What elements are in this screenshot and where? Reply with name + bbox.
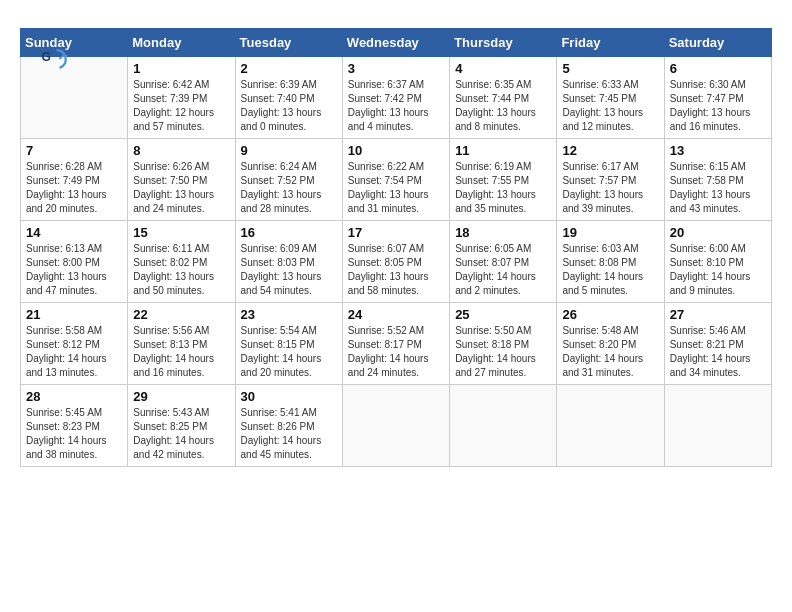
day-info: Sunrise: 6:19 AMSunset: 7:55 PMDaylight:…: [455, 160, 551, 216]
calendar-day-cell: 30Sunrise: 5:41 AMSunset: 8:26 PMDayligh…: [235, 385, 342, 467]
day-number: 23: [241, 307, 337, 322]
day-number: 16: [241, 225, 337, 240]
weekday-header-friday: Friday: [557, 29, 664, 57]
weekday-header-tuesday: Tuesday: [235, 29, 342, 57]
calendar-day-cell: 4Sunrise: 6:35 AMSunset: 7:44 PMDaylight…: [450, 57, 557, 139]
day-info: Sunrise: 6:30 AMSunset: 7:47 PMDaylight:…: [670, 78, 766, 134]
calendar-day-cell: 7Sunrise: 6:28 AMSunset: 7:49 PMDaylight…: [21, 139, 128, 221]
calendar-day-cell: 17Sunrise: 6:07 AMSunset: 8:05 PMDayligh…: [342, 221, 449, 303]
day-info: Sunrise: 5:50 AMSunset: 8:18 PMDaylight:…: [455, 324, 551, 380]
day-number: 27: [670, 307, 766, 322]
calendar-week-row: 28Sunrise: 5:45 AMSunset: 8:23 PMDayligh…: [21, 385, 772, 467]
day-info: Sunrise: 6:33 AMSunset: 7:45 PMDaylight:…: [562, 78, 658, 134]
calendar-day-cell: 29Sunrise: 5:43 AMSunset: 8:25 PMDayligh…: [128, 385, 235, 467]
day-info: Sunrise: 6:35 AMSunset: 7:44 PMDaylight:…: [455, 78, 551, 134]
calendar-week-row: 14Sunrise: 6:13 AMSunset: 8:00 PMDayligh…: [21, 221, 772, 303]
calendar-day-cell: 9Sunrise: 6:24 AMSunset: 7:52 PMDaylight…: [235, 139, 342, 221]
calendar-day-cell: 26Sunrise: 5:48 AMSunset: 8:20 PMDayligh…: [557, 303, 664, 385]
day-number: 4: [455, 61, 551, 76]
calendar-week-row: 7Sunrise: 6:28 AMSunset: 7:49 PMDaylight…: [21, 139, 772, 221]
day-info: Sunrise: 6:07 AMSunset: 8:05 PMDaylight:…: [348, 242, 444, 298]
weekday-header-wednesday: Wednesday: [342, 29, 449, 57]
day-number: 13: [670, 143, 766, 158]
day-number: 7: [26, 143, 122, 158]
calendar-empty-cell: [450, 385, 557, 467]
day-info: Sunrise: 6:11 AMSunset: 8:02 PMDaylight:…: [133, 242, 229, 298]
day-number: 26: [562, 307, 658, 322]
day-info: Sunrise: 5:48 AMSunset: 8:20 PMDaylight:…: [562, 324, 658, 380]
day-number: 2: [241, 61, 337, 76]
day-info: Sunrise: 6:37 AMSunset: 7:42 PMDaylight:…: [348, 78, 444, 134]
day-info: Sunrise: 6:09 AMSunset: 8:03 PMDaylight:…: [241, 242, 337, 298]
day-number: 24: [348, 307, 444, 322]
day-number: 1: [133, 61, 229, 76]
day-info: Sunrise: 6:00 AMSunset: 8:10 PMDaylight:…: [670, 242, 766, 298]
day-info: Sunrise: 6:05 AMSunset: 8:07 PMDaylight:…: [455, 242, 551, 298]
calendar-day-cell: 24Sunrise: 5:52 AMSunset: 8:17 PMDayligh…: [342, 303, 449, 385]
day-info: Sunrise: 5:46 AMSunset: 8:21 PMDaylight:…: [670, 324, 766, 380]
day-number: 25: [455, 307, 551, 322]
calendar-day-cell: 8Sunrise: 6:26 AMSunset: 7:50 PMDaylight…: [128, 139, 235, 221]
day-info: Sunrise: 5:56 AMSunset: 8:13 PMDaylight:…: [133, 324, 229, 380]
day-info: Sunrise: 6:24 AMSunset: 7:52 PMDaylight:…: [241, 160, 337, 216]
day-number: 5: [562, 61, 658, 76]
day-number: 29: [133, 389, 229, 404]
calendar-empty-cell: [342, 385, 449, 467]
calendar-empty-cell: [21, 57, 128, 139]
day-info: Sunrise: 6:39 AMSunset: 7:40 PMDaylight:…: [241, 78, 337, 134]
weekday-header-thursday: Thursday: [450, 29, 557, 57]
calendar-day-cell: 10Sunrise: 6:22 AMSunset: 7:54 PMDayligh…: [342, 139, 449, 221]
day-info: Sunrise: 6:42 AMSunset: 7:39 PMDaylight:…: [133, 78, 229, 134]
calendar-week-row: 1Sunrise: 6:42 AMSunset: 7:39 PMDaylight…: [21, 57, 772, 139]
calendar-table: SundayMondayTuesdayWednesdayThursdayFrid…: [20, 28, 772, 467]
calendar-day-cell: 6Sunrise: 6:30 AMSunset: 7:47 PMDaylight…: [664, 57, 771, 139]
day-info: Sunrise: 5:52 AMSunset: 8:17 PMDaylight:…: [348, 324, 444, 380]
calendar-day-cell: 14Sunrise: 6:13 AMSunset: 8:00 PMDayligh…: [21, 221, 128, 303]
day-info: Sunrise: 6:03 AMSunset: 8:08 PMDaylight:…: [562, 242, 658, 298]
day-info: Sunrise: 5:41 AMSunset: 8:26 PMDaylight:…: [241, 406, 337, 462]
day-number: 6: [670, 61, 766, 76]
weekday-header-row: SundayMondayTuesdayWednesdayThursdayFrid…: [21, 29, 772, 57]
calendar-day-cell: 12Sunrise: 6:17 AMSunset: 7:57 PMDayligh…: [557, 139, 664, 221]
calendar-day-cell: 13Sunrise: 6:15 AMSunset: 7:58 PMDayligh…: [664, 139, 771, 221]
day-number: 15: [133, 225, 229, 240]
weekday-header-sunday: Sunday: [21, 29, 128, 57]
day-number: 17: [348, 225, 444, 240]
calendar-day-cell: 25Sunrise: 5:50 AMSunset: 8:18 PMDayligh…: [450, 303, 557, 385]
calendar-day-cell: 21Sunrise: 5:58 AMSunset: 8:12 PMDayligh…: [21, 303, 128, 385]
calendar-day-cell: 3Sunrise: 6:37 AMSunset: 7:42 PMDaylight…: [342, 57, 449, 139]
calendar-day-cell: 18Sunrise: 6:05 AMSunset: 8:07 PMDayligh…: [450, 221, 557, 303]
calendar-day-cell: 1Sunrise: 6:42 AMSunset: 7:39 PMDaylight…: [128, 57, 235, 139]
calendar-day-cell: 27Sunrise: 5:46 AMSunset: 8:21 PMDayligh…: [664, 303, 771, 385]
day-info: Sunrise: 6:28 AMSunset: 7:49 PMDaylight:…: [26, 160, 122, 216]
calendar-day-cell: 20Sunrise: 6:00 AMSunset: 8:10 PMDayligh…: [664, 221, 771, 303]
day-number: 22: [133, 307, 229, 322]
calendar-empty-cell: [664, 385, 771, 467]
day-info: Sunrise: 5:54 AMSunset: 8:15 PMDaylight:…: [241, 324, 337, 380]
day-info: Sunrise: 5:43 AMSunset: 8:25 PMDaylight:…: [133, 406, 229, 462]
day-info: Sunrise: 6:15 AMSunset: 7:58 PMDaylight:…: [670, 160, 766, 216]
svg-text:G: G: [42, 50, 51, 64]
calendar-empty-cell: [557, 385, 664, 467]
weekday-header-monday: Monday: [128, 29, 235, 57]
day-info: Sunrise: 6:22 AMSunset: 7:54 PMDaylight:…: [348, 160, 444, 216]
day-number: 10: [348, 143, 444, 158]
day-number: 20: [670, 225, 766, 240]
day-info: Sunrise: 6:26 AMSunset: 7:50 PMDaylight:…: [133, 160, 229, 216]
calendar-day-cell: 19Sunrise: 6:03 AMSunset: 8:08 PMDayligh…: [557, 221, 664, 303]
day-number: 21: [26, 307, 122, 322]
calendar-day-cell: 23Sunrise: 5:54 AMSunset: 8:15 PMDayligh…: [235, 303, 342, 385]
day-number: 18: [455, 225, 551, 240]
day-number: 14: [26, 225, 122, 240]
calendar-day-cell: 28Sunrise: 5:45 AMSunset: 8:23 PMDayligh…: [21, 385, 128, 467]
day-number: 9: [241, 143, 337, 158]
weekday-header-saturday: Saturday: [664, 29, 771, 57]
day-number: 19: [562, 225, 658, 240]
day-info: Sunrise: 5:45 AMSunset: 8:23 PMDaylight:…: [26, 406, 122, 462]
day-info: Sunrise: 6:17 AMSunset: 7:57 PMDaylight:…: [562, 160, 658, 216]
calendar-day-cell: 22Sunrise: 5:56 AMSunset: 8:13 PMDayligh…: [128, 303, 235, 385]
day-info: Sunrise: 6:13 AMSunset: 8:00 PMDaylight:…: [26, 242, 122, 298]
day-number: 11: [455, 143, 551, 158]
day-number: 28: [26, 389, 122, 404]
day-number: 30: [241, 389, 337, 404]
